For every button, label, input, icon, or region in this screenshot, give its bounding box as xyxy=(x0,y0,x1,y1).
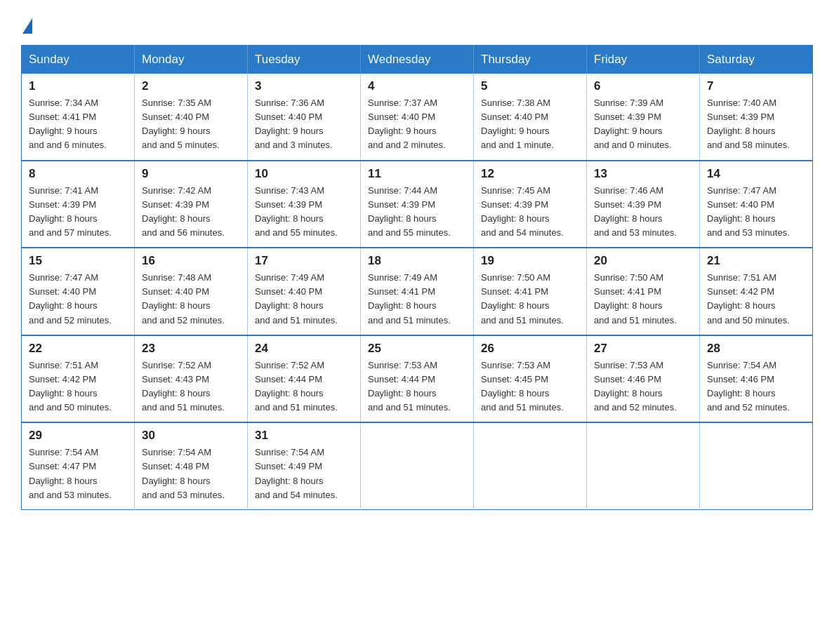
day-info: Sunrise: 7:54 AMSunset: 4:46 PMDaylight:… xyxy=(707,358,805,415)
calendar-cell: 17Sunrise: 7:49 AMSunset: 4:40 PMDayligh… xyxy=(248,248,361,335)
day-number: 8 xyxy=(29,167,127,181)
calendar-cell: 16Sunrise: 7:48 AMSunset: 4:40 PMDayligh… xyxy=(135,248,248,335)
calendar-cell xyxy=(587,422,700,509)
day-number: 4 xyxy=(368,79,466,93)
day-number: 20 xyxy=(594,254,692,268)
calendar-week-row: 29Sunrise: 7:54 AMSunset: 4:47 PMDayligh… xyxy=(22,422,813,509)
day-number: 29 xyxy=(29,429,127,443)
calendar-table: SundayMondayTuesdayWednesdayThursdayFrid… xyxy=(21,45,813,510)
calendar-week-row: 15Sunrise: 7:47 AMSunset: 4:40 PMDayligh… xyxy=(22,248,813,335)
calendar-cell: 2Sunrise: 7:35 AMSunset: 4:40 PMDaylight… xyxy=(135,74,248,161)
calendar-cell: 24Sunrise: 7:52 AMSunset: 4:44 PMDayligh… xyxy=(248,335,361,423)
day-number: 17 xyxy=(255,254,353,268)
calendar-cell: 31Sunrise: 7:54 AMSunset: 4:49 PMDayligh… xyxy=(248,422,361,509)
day-info: Sunrise: 7:44 AMSunset: 4:39 PMDaylight:… xyxy=(368,184,466,241)
day-number: 13 xyxy=(594,167,692,181)
day-info: Sunrise: 7:50 AMSunset: 4:41 PMDaylight:… xyxy=(594,271,692,328)
calendar-cell: 19Sunrise: 7:50 AMSunset: 4:41 PMDayligh… xyxy=(474,248,587,335)
day-info: Sunrise: 7:38 AMSunset: 4:40 PMDaylight:… xyxy=(481,96,579,153)
day-info: Sunrise: 7:51 AMSunset: 4:42 PMDaylight:… xyxy=(707,271,805,328)
calendar-cell: 5Sunrise: 7:38 AMSunset: 4:40 PMDaylight… xyxy=(474,74,587,161)
calendar-cell: 15Sunrise: 7:47 AMSunset: 4:40 PMDayligh… xyxy=(22,248,135,335)
calendar-cell xyxy=(700,422,813,509)
day-info: Sunrise: 7:41 AMSunset: 4:39 PMDaylight:… xyxy=(29,184,127,241)
calendar-cell: 14Sunrise: 7:47 AMSunset: 4:40 PMDayligh… xyxy=(700,161,813,248)
day-info: Sunrise: 7:50 AMSunset: 4:41 PMDaylight:… xyxy=(481,271,579,328)
day-number: 1 xyxy=(29,79,127,93)
calendar-cell: 27Sunrise: 7:53 AMSunset: 4:46 PMDayligh… xyxy=(587,335,700,423)
calendar-week-row: 8Sunrise: 7:41 AMSunset: 4:39 PMDaylight… xyxy=(22,161,813,248)
calendar-cell: 22Sunrise: 7:51 AMSunset: 4:42 PMDayligh… xyxy=(22,335,135,423)
header-cell-thursday: Thursday xyxy=(474,46,587,74)
day-info: Sunrise: 7:49 AMSunset: 4:41 PMDaylight:… xyxy=(368,271,466,328)
day-number: 21 xyxy=(707,254,805,268)
day-info: Sunrise: 7:37 AMSunset: 4:40 PMDaylight:… xyxy=(368,96,466,153)
day-number: 3 xyxy=(255,79,353,93)
header-cell-wednesday: Wednesday xyxy=(361,46,474,74)
day-info: Sunrise: 7:42 AMSunset: 4:39 PMDaylight:… xyxy=(142,184,240,241)
header xyxy=(21,17,813,32)
logo-triangle-icon xyxy=(22,18,32,34)
day-number: 22 xyxy=(29,342,127,356)
calendar-cell: 4Sunrise: 7:37 AMSunset: 4:40 PMDaylight… xyxy=(361,74,474,161)
calendar-cell xyxy=(361,422,474,509)
header-cell-monday: Monday xyxy=(135,46,248,74)
calendar-cell: 26Sunrise: 7:53 AMSunset: 4:45 PMDayligh… xyxy=(474,335,587,423)
day-info: Sunrise: 7:54 AMSunset: 4:49 PMDaylight:… xyxy=(255,445,353,502)
day-info: Sunrise: 7:52 AMSunset: 4:44 PMDaylight:… xyxy=(255,358,353,415)
day-number: 14 xyxy=(707,167,805,181)
day-number: 16 xyxy=(142,254,240,268)
day-info: Sunrise: 7:47 AMSunset: 4:40 PMDaylight:… xyxy=(707,184,805,241)
day-info: Sunrise: 7:35 AMSunset: 4:40 PMDaylight:… xyxy=(142,96,240,153)
day-info: Sunrise: 7:53 AMSunset: 4:46 PMDaylight:… xyxy=(594,358,692,415)
calendar-cell: 3Sunrise: 7:36 AMSunset: 4:40 PMDaylight… xyxy=(248,74,361,161)
calendar-cell: 12Sunrise: 7:45 AMSunset: 4:39 PMDayligh… xyxy=(474,161,587,248)
day-number: 31 xyxy=(255,429,353,443)
day-number: 26 xyxy=(481,342,579,356)
calendar-cell: 10Sunrise: 7:43 AMSunset: 4:39 PMDayligh… xyxy=(248,161,361,248)
day-number: 23 xyxy=(142,342,240,356)
day-number: 30 xyxy=(142,429,240,443)
day-info: Sunrise: 7:53 AMSunset: 4:45 PMDaylight:… xyxy=(481,358,579,415)
day-info: Sunrise: 7:45 AMSunset: 4:39 PMDaylight:… xyxy=(481,184,579,241)
calendar-cell: 25Sunrise: 7:53 AMSunset: 4:44 PMDayligh… xyxy=(361,335,474,423)
day-number: 19 xyxy=(481,254,579,268)
calendar-cell: 29Sunrise: 7:54 AMSunset: 4:47 PMDayligh… xyxy=(22,422,135,509)
calendar-cell: 1Sunrise: 7:34 AMSunset: 4:41 PMDaylight… xyxy=(22,74,135,161)
day-info: Sunrise: 7:48 AMSunset: 4:40 PMDaylight:… xyxy=(142,271,240,328)
calendar-cell: 23Sunrise: 7:52 AMSunset: 4:43 PMDayligh… xyxy=(135,335,248,423)
day-info: Sunrise: 7:36 AMSunset: 4:40 PMDaylight:… xyxy=(255,96,353,153)
header-cell-tuesday: Tuesday xyxy=(248,46,361,74)
day-info: Sunrise: 7:53 AMSunset: 4:44 PMDaylight:… xyxy=(368,358,466,415)
day-info: Sunrise: 7:54 AMSunset: 4:48 PMDaylight:… xyxy=(142,445,240,502)
day-info: Sunrise: 7:43 AMSunset: 4:39 PMDaylight:… xyxy=(255,184,353,241)
day-number: 15 xyxy=(29,254,127,268)
calendar-header-row: SundayMondayTuesdayWednesdayThursdayFrid… xyxy=(22,46,813,74)
calendar-cell: 9Sunrise: 7:42 AMSunset: 4:39 PMDaylight… xyxy=(135,161,248,248)
day-info: Sunrise: 7:39 AMSunset: 4:39 PMDaylight:… xyxy=(594,96,692,153)
calendar-cell: 18Sunrise: 7:49 AMSunset: 4:41 PMDayligh… xyxy=(361,248,474,335)
header-cell-sunday: Sunday xyxy=(22,46,135,74)
day-number: 24 xyxy=(255,342,353,356)
day-number: 28 xyxy=(707,342,805,356)
day-number: 18 xyxy=(368,254,466,268)
day-number: 12 xyxy=(481,167,579,181)
day-info: Sunrise: 7:40 AMSunset: 4:39 PMDaylight:… xyxy=(707,96,805,153)
day-number: 5 xyxy=(481,79,579,93)
day-number: 9 xyxy=(142,167,240,181)
header-cell-friday: Friday xyxy=(587,46,700,74)
calendar-cell: 7Sunrise: 7:40 AMSunset: 4:39 PMDaylight… xyxy=(700,74,813,161)
calendar-cell: 28Sunrise: 7:54 AMSunset: 4:46 PMDayligh… xyxy=(700,335,813,423)
calendar-cell xyxy=(474,422,587,509)
calendar-cell: 30Sunrise: 7:54 AMSunset: 4:48 PMDayligh… xyxy=(135,422,248,509)
day-info: Sunrise: 7:47 AMSunset: 4:40 PMDaylight:… xyxy=(29,271,127,328)
day-info: Sunrise: 7:52 AMSunset: 4:43 PMDaylight:… xyxy=(142,358,240,415)
calendar-cell: 8Sunrise: 7:41 AMSunset: 4:39 PMDaylight… xyxy=(22,161,135,248)
day-number: 27 xyxy=(594,342,692,356)
calendar-cell: 21Sunrise: 7:51 AMSunset: 4:42 PMDayligh… xyxy=(700,248,813,335)
day-number: 11 xyxy=(368,167,466,181)
day-number: 2 xyxy=(142,79,240,93)
day-number: 10 xyxy=(255,167,353,181)
calendar-week-row: 1Sunrise: 7:34 AMSunset: 4:41 PMDaylight… xyxy=(22,74,813,161)
calendar-week-row: 22Sunrise: 7:51 AMSunset: 4:42 PMDayligh… xyxy=(22,335,813,423)
